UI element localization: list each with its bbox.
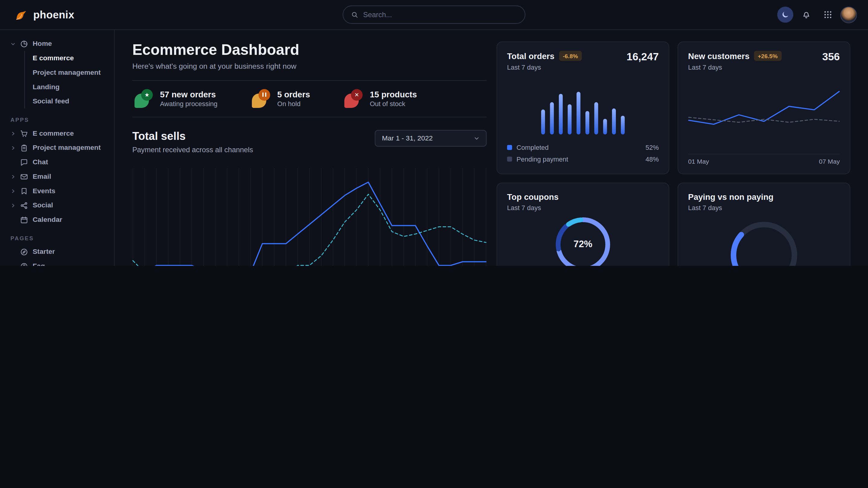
caret-down-icon — [10, 41, 16, 46]
bell-icon — [801, 10, 811, 19]
sidebar-item-label: Calendar — [33, 216, 62, 224]
sidebar-subitem-landing[interactable]: Landing — [25, 79, 107, 94]
phoenix-logo-icon — [14, 8, 28, 22]
legend-label: Pending payment — [517, 155, 568, 163]
total-sells-title: Total sells — [132, 130, 253, 142]
out-of-stock-x-icon: ✕ — [344, 90, 362, 108]
grid-icon — [823, 10, 832, 19]
sidebar-item-label: Starter — [33, 248, 55, 256]
paying-vs-nonpaying-card: Paying vs non paying Last 7 days Paying … — [678, 183, 850, 266]
stat-value: 5 orders — [277, 90, 310, 99]
sidebar-item-project-management[interactable]: Project management — [7, 140, 107, 155]
stat-new-orders: ★ 57 new orders Awating processing — [134, 90, 217, 108]
donut-center-value: 72% — [507, 212, 659, 266]
sidebar-section-pages: PAGES — [10, 235, 103, 241]
total-orders-value: 16,247 — [627, 51, 659, 63]
card-title: Top coupons — [507, 192, 559, 201]
sidebar-item-calendar[interactable]: Calendar — [7, 213, 107, 227]
sidebar: Home E commerce Project management Landi… — [0, 30, 115, 266]
share-icon — [20, 201, 28, 209]
new-customers-card: New customers +26.5% Last 7 days 356 01 … — [678, 42, 850, 174]
page-subtitle: Here's what's going on at your business … — [132, 62, 487, 70]
legend-label: Completed — [517, 143, 549, 151]
stat-value: 57 new orders — [160, 90, 217, 99]
chat-icon — [20, 158, 28, 166]
date-range-select[interactable]: Mar 1 - 31, 2022 — [375, 130, 487, 147]
app-window: phoenix Home — [0, 0, 868, 266]
question-circle-icon — [20, 262, 28, 266]
sidebar-item-label: Events — [33, 187, 55, 195]
new-customers-chart — [688, 81, 840, 143]
sidebar-item-social[interactable]: Social — [7, 198, 107, 213]
new-customers-value: 356 — [822, 51, 840, 63]
on-hold-pause-icon — [252, 90, 270, 108]
global-search[interactable] — [343, 5, 525, 24]
top-coupons-card: Top coupons Last 7 days 72% Percentage d… — [496, 183, 669, 266]
sidebar-item-home[interactable]: Home — [7, 36, 107, 51]
chevron-down-icon — [474, 136, 479, 141]
total-orders-card: Total orders -6.8% Last 7 days 16,247 — [496, 42, 669, 174]
total-sells-chart-area: 01 May 15 May 30 May — [132, 168, 487, 266]
caret-right-icon — [10, 203, 16, 208]
sidebar-item-events[interactable]: Events — [7, 184, 107, 198]
brand[interactable]: phoenix — [14, 8, 74, 22]
caret-right-icon — [10, 145, 16, 151]
pie-chart-icon — [20, 39, 28, 48]
sidebar-item-chat[interactable]: Chat — [7, 155, 107, 169]
legend-value: 52% — [645, 143, 659, 151]
user-avatar[interactable] — [840, 6, 857, 23]
card-title: Paying vs non paying — [688, 192, 774, 201]
stat-label: Awating processing — [160, 100, 217, 108]
sidebar-subitem-project-management[interactable]: Project management — [25, 65, 107, 80]
sidebar-section-apps: APPS — [10, 117, 103, 123]
sidebar-item-faq[interactable]: Faq — [7, 259, 107, 266]
x-axis-label: 07 May — [819, 158, 840, 165]
card-period: Last 7 days — [688, 64, 782, 71]
stat-orders-on-hold: 5 orders On hold — [252, 90, 310, 108]
legend-value: 48% — [645, 155, 659, 163]
main-content: Ecommerce Dashboard Here's what's going … — [115, 30, 868, 266]
stat-label: Out of stock — [370, 100, 417, 108]
stat-value: 15 products — [370, 90, 417, 99]
search-icon — [351, 11, 358, 19]
sidebar-subitem-social-feed[interactable]: Social feed — [25, 94, 107, 108]
card-title: Total orders — [507, 51, 554, 61]
notifications-button[interactable] — [797, 6, 815, 23]
stat-label: On hold — [277, 100, 310, 108]
apps-menu-button[interactable] — [819, 6, 837, 23]
moon-icon — [781, 10, 789, 19]
page-title: Ecommerce Dashboard — [132, 42, 487, 59]
stat-out-of-stock: ✕ 15 products Out of stock — [344, 90, 417, 108]
global-search-input[interactable] — [363, 10, 517, 19]
total-orders-badge: -6.8% — [559, 51, 582, 61]
stats-row: ★ 57 new orders Awating processing 5 ord… — [132, 80, 487, 117]
sidebar-item-ecommerce[interactable]: E commerce — [7, 126, 107, 140]
legend-swatch — [507, 145, 512, 150]
legend-row: Completed 52% — [507, 142, 659, 154]
sidebar-item-starter[interactable]: Starter — [7, 245, 107, 259]
topbar-actions — [777, 6, 857, 23]
caret-right-icon — [10, 188, 16, 194]
topbar: phoenix — [0, 0, 868, 30]
brand-name: phoenix — [33, 8, 74, 21]
caret-right-icon — [10, 174, 16, 179]
home-submenu: E commerce Project management Landing So… — [25, 51, 107, 108]
sidebar-item-label: E commerce — [33, 130, 73, 137]
compass-icon — [20, 248, 28, 256]
sidebar-item-label: Chat — [33, 158, 48, 166]
card-period: Last 7 days — [507, 64, 582, 71]
bookmark-icon — [20, 187, 28, 195]
sidebar-subitem-ecommerce[interactable]: E commerce — [25, 51, 107, 65]
theme-toggle-button[interactable] — [777, 7, 793, 23]
sidebar-item-label: Project management — [33, 144, 101, 152]
sidebar-item-email[interactable]: Email — [7, 169, 107, 184]
date-range-value: Mar 1 - 31, 2022 — [382, 134, 433, 142]
paying-gauge-chart — [716, 217, 812, 266]
sidebar-item-label: Social — [33, 201, 53, 209]
legend-swatch — [507, 157, 512, 162]
card-title: New customers — [688, 51, 750, 61]
mail-icon — [20, 172, 28, 181]
sidebar-item-label: Email — [33, 173, 51, 181]
calendar-icon — [20, 216, 28, 224]
card-period: Last 7 days — [507, 204, 659, 212]
